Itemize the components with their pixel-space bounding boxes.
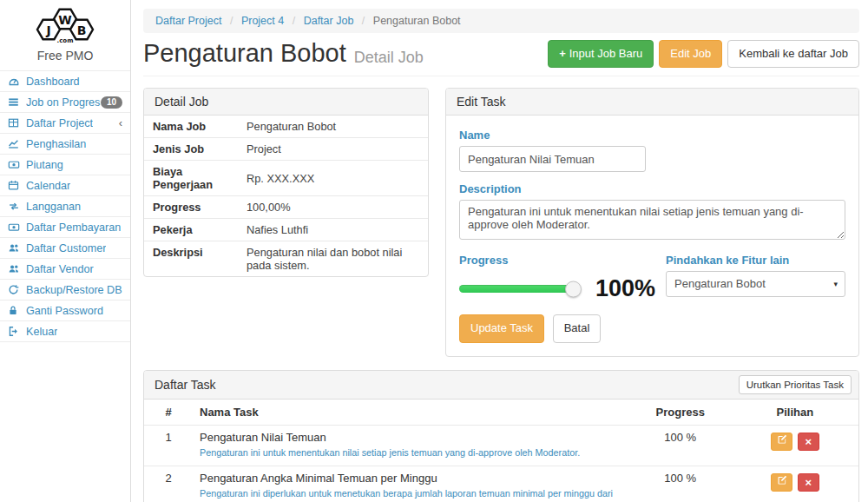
money-icon (8, 159, 22, 170)
task-progress: 100 % (629, 466, 732, 502)
delete-task-button[interactable]: × (798, 433, 819, 451)
column-header-actions: Pilihan (732, 400, 858, 426)
task-description: Pengaturan ini diperlukan untuk menetuka… (200, 486, 622, 502)
kembali-ke-daftar-job-button[interactable]: Kembali ke daftar Job (727, 40, 859, 68)
sidebar-item-job-on-progress[interactable]: Job on Progress 10 (0, 92, 130, 113)
table-row: DeskripsiPengaturan nilai dan bobot nila… (144, 241, 428, 277)
task-description-textarea[interactable]: Pengaturan ini untuk menentukan nilai se… (459, 200, 845, 240)
name-label: Name (459, 129, 845, 142)
breadcrumb-separator: / (362, 15, 365, 27)
sidebar-item-daftar-project[interactable]: Daftar Project ‹ (0, 113, 130, 134)
task-name-input[interactable] (459, 146, 646, 172)
job-count-badge: 10 (101, 96, 122, 109)
table-row: Nama JobPengaturan Bobot (144, 116, 428, 138)
sidebar-item-label: Daftar Pembayaran (26, 221, 121, 234)
sidebar-item-backup-restore-db[interactable]: Backup/Restore DB (0, 280, 130, 301)
move-feature-select[interactable]: Pengaturan Bobot ▾ (666, 271, 845, 297)
column-header-progress: Progress (629, 400, 732, 426)
refresh-icon (8, 284, 22, 295)
sidebar-item-calendar[interactable]: Calendar (0, 175, 130, 196)
sidebar-item-label: Langganan (26, 201, 81, 213)
breadcrumb-link-daftar-project[interactable]: Daftar Project (155, 15, 221, 27)
task-table-header-row: # Nama Task Progress Pilihan (144, 400, 858, 426)
daftar-task-panel-title: Daftar Task (155, 378, 216, 392)
breadcrumb-separator: / (293, 15, 295, 27)
edit-task-button[interactable] (771, 473, 792, 492)
urutkan-prioritas-task-button[interactable]: Urutkan Prioritas Task (739, 375, 852, 394)
sidebar-item-label: Job on Progress (26, 96, 101, 109)
page-title: Pengaturan Bobot (143, 40, 346, 68)
svg-text:B: B (77, 23, 87, 37)
breadcrumb-separator: / (230, 15, 233, 27)
sidebar: W J B .com Free PMO Dashboard Job on Pro… (0, 0, 131, 502)
app-window: W J B .com Free PMO Dashboard Job on Pro… (0, 0, 868, 502)
sidebar-item-daftar-customer[interactable]: Daftar Customer (0, 238, 130, 259)
delete-task-button[interactable]: × (798, 473, 819, 492)
update-task-button[interactable]: Update Task (459, 314, 544, 342)
table-row: 2 Pengaturan Angka Minimal Temuan per Mi… (144, 466, 858, 502)
progress-value: 100% (595, 277, 655, 301)
pencil-icon (777, 475, 787, 485)
dashboard-icon (8, 76, 22, 87)
task-actions: × (732, 426, 858, 466)
sidebar-item-piutang[interactable]: Piutang (0, 155, 130, 175)
line-chart-icon (8, 138, 22, 149)
breadcrumb: Daftar Project / Project 4 / Daftar Job … (143, 9, 859, 33)
breadcrumb-current: Pengaturan Bobot (373, 15, 461, 27)
task-name: Pengaturan Angka Minimal Temuan per Ming… (200, 472, 622, 485)
breadcrumb-link-daftar-job[interactable]: Daftar Job (304, 15, 354, 27)
move-feature-label: Pindahkan ke Fitur lain (666, 254, 845, 267)
sidebar-item-label: Piutang (26, 159, 63, 171)
page-subtitle: Detail Job (354, 42, 424, 67)
sidebar-item-dashboard[interactable]: Dashboard (0, 71, 130, 92)
jwb-logo-icon: W J B .com (29, 6, 102, 44)
logo-com-text: .com (57, 37, 74, 44)
sidebar-item-keluar[interactable]: Keluar (0, 321, 130, 342)
sidebar-item-daftar-vendor[interactable]: Daftar Vendor (0, 259, 130, 280)
edit-task-button[interactable] (771, 433, 792, 451)
chevron-down-icon: ▾ (833, 272, 838, 297)
x-icon: × (805, 435, 812, 448)
plus-icon: + (559, 47, 566, 60)
move-column: Pindahkan ke Fitur lain Pengaturan Bobot… (666, 251, 845, 301)
sidebar-nav: Dashboard Job on Progress 10 Daftar Proj… (0, 70, 130, 342)
edit-task-panel: Edit Task Name Description Pengaturan in… (445, 88, 859, 356)
lock-icon (8, 305, 22, 316)
edit-task-panel-title: Edit Task (446, 89, 858, 116)
sidebar-item-langganan[interactable]: Langganan (0, 196, 130, 217)
sidebar-item-label: Keluar (26, 326, 57, 338)
input-job-baru-button[interactable]: +Input Job Baru (548, 40, 654, 68)
progress-slider[interactable] (459, 285, 573, 293)
calendar-icon (8, 180, 22, 191)
task-actions: × (732, 466, 858, 502)
table-row: PekerjaNafies Luthfi (144, 219, 428, 241)
table-icon (8, 117, 22, 129)
progress-column: Progress 100% (459, 251, 666, 301)
sign-out-icon (8, 326, 22, 337)
panels-row: Detail Job Nama JobPengaturan Bobot Jeni… (143, 88, 859, 356)
sidebar-item-label: Dashboard (26, 76, 80, 88)
breadcrumb-link-project-4[interactable]: Project 4 (241, 15, 284, 27)
retweet-icon (8, 201, 22, 212)
task-progress: 100 % (629, 426, 732, 466)
detail-job-panel-title: Detail Job (144, 89, 428, 116)
edit-job-button[interactable]: Edit Job (659, 40, 722, 68)
task-description: Pengaturan ini untuk menentukan nilai se… (200, 446, 622, 460)
task-name: Pengaturan Nilai Temuan (200, 431, 622, 444)
detail-job-panel: Detail Job Nama JobPengaturan Bobot Jeni… (143, 88, 429, 277)
table-row: Biaya PengerjaanRp. XXX.XXX (144, 161, 428, 196)
table-row: Progress100,00% (144, 196, 428, 219)
progress-slider-handle[interactable] (565, 281, 582, 297)
users-icon (8, 242, 22, 254)
money-icon (8, 221, 22, 233)
sidebar-item-daftar-pembayaran[interactable]: Daftar Pembayaran (0, 217, 130, 238)
sidebar-item-label: Daftar Customer (26, 242, 106, 254)
users-icon (8, 263, 22, 274)
batal-button[interactable]: Batal (553, 314, 602, 342)
daftar-task-panel: Daftar Task Urutkan Prioritas Task # Nam… (143, 370, 859, 502)
sidebar-item-penghasilan[interactable]: Penghasilan (0, 134, 130, 155)
sidebar-item-label: Daftar Project (26, 117, 93, 129)
collapse-chevron-icon: ‹ (119, 117, 122, 129)
sidebar-item-ganti-password[interactable]: Ganti Password (0, 301, 130, 321)
sidebar-item-label: Daftar Vendor (26, 263, 94, 275)
